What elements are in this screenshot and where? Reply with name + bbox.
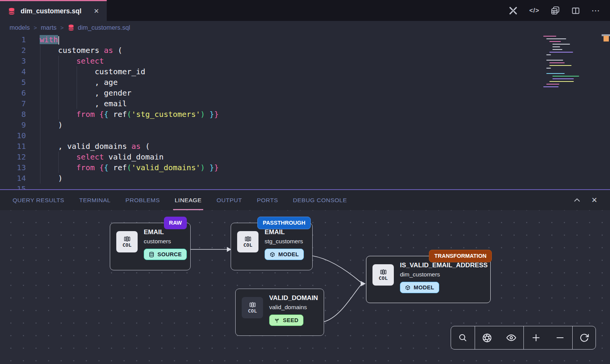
columns-icon (245, 236, 251, 242)
code-lines: 1with2 customers as (3 select4 customer_… (0, 34, 610, 189)
code-line[interactable]: 10 (0, 130, 610, 141)
badge-passthrough: PASSTHROUGH (257, 217, 311, 229)
minimap-line (549, 65, 571, 66)
minimap-line (552, 78, 574, 79)
badge-transformation: TRANSFORMATION (429, 250, 492, 262)
code-line[interactable]: 2 customers as ( (0, 45, 610, 56)
cube-icon (405, 285, 411, 291)
breadcrumb-separator: > (60, 24, 64, 31)
code-line[interactable]: 14 ) (0, 173, 610, 184)
chevron-up-icon[interactable] (573, 196, 581, 204)
bottom-panel-header: QUERY RESULTS TERMINAL PROBLEMS LINEAGE … (0, 189, 610, 210)
indent-guide (58, 152, 59, 173)
more-actions-icon[interactable]: ⋯ (591, 6, 600, 16)
code-icon[interactable]: </> (529, 7, 539, 14)
panel-tab-ports[interactable]: PORTS (257, 190, 278, 210)
minimap-line (552, 49, 562, 50)
lineage-canvas[interactable]: RAW COL EMAIL customers SOURCE (0, 210, 610, 364)
code-line[interactable]: 12 select valid_domain (0, 152, 610, 162)
breadcrumb-models[interactable]: models (10, 24, 30, 31)
code-editor[interactable]: 1with2 customers as (3 select4 customer_… (0, 34, 610, 189)
lineage-node-valid-domains[interactable]: COL VALID_DOMAIN valid_domains SEED (235, 289, 324, 336)
code-line[interactable]: 9 ) (0, 120, 610, 130)
seedling-icon (274, 318, 280, 323)
node-title: EMAIL (144, 228, 187, 236)
dbt-logo-icon[interactable] (508, 6, 518, 16)
breadcrumb-separator: > (34, 24, 37, 31)
minimap-line (546, 84, 559, 85)
columns-icon (249, 302, 256, 308)
code-line[interactable]: 6 , gender (0, 88, 610, 98)
tab-bar: dim_customers.sql ✕ </> (0, 0, 610, 21)
breadcrumb: models > marts > dim_customers.sql (0, 21, 610, 34)
source-type-chip: SOURCE (144, 249, 187, 260)
refresh-button[interactable] (579, 333, 589, 343)
breadcrumb-file[interactable]: dim_customers.sql (67, 24, 130, 31)
minimap-line (552, 76, 579, 77)
minimap-line (543, 36, 556, 37)
code-line[interactable]: 8 from {{ ref('stg_customers') }} (0, 109, 610, 120)
seed-type-chip: SEED (269, 315, 303, 326)
code-line[interactable]: 4 customer_id (0, 66, 610, 77)
column-chip[interactable]: COL (237, 231, 258, 252)
tab-title: dim_customers.sql (21, 7, 89, 15)
node-subtitle: dim_customers (400, 271, 488, 278)
minimap-line (549, 81, 574, 82)
node-subtitle: customers (144, 238, 187, 245)
panel-tab-problems[interactable]: PROBLEMS (125, 190, 160, 210)
app-window: dim_customers.sql ✕ </> (0, 0, 610, 364)
minimap-line (546, 60, 563, 61)
minimap[interactable] (543, 36, 589, 104)
node-title: VALID_DOMAIN (269, 294, 318, 302)
view-button[interactable] (506, 332, 517, 343)
lens-button[interactable] (482, 333, 492, 343)
eye-icon (506, 332, 517, 343)
lineage-node-stg-customers[interactable]: PASSTHROUGH COL EMAIL stg_customers M (231, 223, 313, 270)
panel-tab-output[interactable]: OUTPUT (217, 190, 242, 210)
panel-tab-lineage[interactable]: LINEAGE (175, 190, 202, 210)
tab-close-icon[interactable]: ✕ (94, 8, 99, 14)
breadcrumb-marts[interactable]: marts (41, 24, 56, 31)
copy-table-icon[interactable] (551, 6, 560, 15)
database-icon (8, 7, 16, 15)
scrollbar-marker (604, 36, 609, 42)
editor-tab[interactable]: dim_customers.sql ✕ (0, 0, 107, 21)
zoom-out-button[interactable] (555, 333, 565, 343)
code-line[interactable]: 13 from {{ ref('valid_domains') }} (0, 162, 610, 173)
column-chip[interactable]: COL (372, 264, 394, 286)
panel-tab-terminal[interactable]: TERMINAL (79, 190, 111, 210)
zoom-in-button[interactable] (531, 333, 541, 343)
code-line[interactable]: 5 , age (0, 77, 610, 88)
panel-close-icon[interactable]: ✕ (591, 196, 597, 204)
minimap-line (546, 38, 566, 39)
panel-tab-debug-console[interactable]: DEBUG CONSOLE (293, 190, 347, 210)
columns-icon (124, 236, 130, 242)
code-line[interactable]: 11 , valid_domains as ( (0, 141, 610, 152)
minimap-line (543, 86, 559, 87)
lineage-node-dim-customers[interactable]: TRANSFORMATION COL IS_VALID_EMAIL_ADDRES… (366, 256, 491, 303)
search-button[interactable] (458, 333, 468, 343)
code-line[interactable]: 1with (0, 34, 610, 45)
lineage-node-customers[interactable]: RAW COL EMAIL customers SOURCE (110, 223, 191, 270)
node-subtitle: valid_domains (269, 304, 318, 311)
node-subtitle: stg_customers (265, 238, 304, 245)
minimap-line (546, 73, 565, 74)
panel-tab-query-results[interactable]: QUERY RESULTS (13, 190, 64, 210)
indent-guide (40, 45, 40, 184)
column-chip[interactable]: COL (116, 231, 138, 252)
minimap-line (549, 52, 573, 53)
database-icon (67, 24, 75, 31)
code-line[interactable]: 3 select (0, 56, 610, 66)
model-type-chip: MODEL (400, 282, 439, 293)
search-icon (458, 333, 468, 343)
editor-actions: </> ⋯ (508, 0, 610, 21)
columns-icon (380, 269, 387, 275)
minimap-line (552, 44, 570, 45)
code-line[interactable]: 15 (0, 184, 610, 189)
column-chip[interactable]: COL (242, 297, 263, 318)
node-title: IS_VALID_EMAIL_ADDRESS (400, 262, 488, 269)
lineage-toolbar (451, 326, 596, 350)
split-editor-icon[interactable] (571, 6, 580, 15)
node-title: EMAIL (265, 228, 304, 236)
code-line[interactable]: 7 , email (0, 98, 610, 109)
